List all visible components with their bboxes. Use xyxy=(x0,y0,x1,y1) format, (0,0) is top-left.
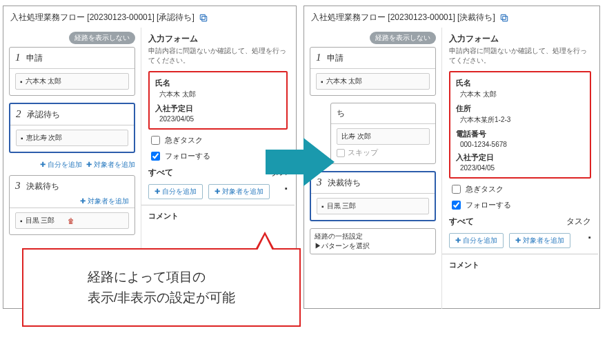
urgent-checkbox[interactable]: 急ぎタスク xyxy=(449,183,591,196)
field-value: 000-1234-5678 xyxy=(456,139,584,150)
step-decision-wait[interactable]: 3決裁待ち ✚ 対象者を追加 ▪目黒 三郎 🗑 xyxy=(9,175,135,235)
person-chip[interactable]: ▪目黒 三郎 🗑 xyxy=(15,212,129,229)
step-title: ち xyxy=(337,108,345,119)
svg-rect-2 xyxy=(502,16,507,21)
follow-checkbox[interactable]: フォローする xyxy=(449,199,591,212)
callout-tail xyxy=(257,235,272,250)
svg-rect-0 xyxy=(201,16,206,21)
comment-label: コメント xyxy=(148,211,288,221)
step-apply[interactable]: 1申請 ▪六本木 太郎 xyxy=(9,47,135,96)
field-label: 入社予定日 xyxy=(155,103,281,114)
svg-rect-1 xyxy=(200,14,205,19)
form-title: 入力フォーム xyxy=(449,33,591,45)
step-number: 1 xyxy=(15,52,21,63)
user-icon: ▪ xyxy=(21,134,23,142)
step-title: 申請 xyxy=(26,52,43,64)
skip-option[interactable]: スキップ xyxy=(337,148,430,158)
form-subtitle: 申請内容に問題ないか確認して、処理を行ってください。 xyxy=(148,46,288,65)
step-title: 承認待ち xyxy=(27,109,60,121)
batch-label: 経路の一括設定 xyxy=(315,232,431,241)
step-approve-wait[interactable]: 2承認待ち ▪恵比寿 次郎 xyxy=(9,103,135,153)
page-title: 入社処理業務フロー [20230123-00001] [承認待ち] xyxy=(10,12,195,23)
form-fields-highlighted: 氏名 六本木 太郎 入社予定日 2023/04/05 xyxy=(148,71,288,130)
field-label: 氏名 xyxy=(456,78,584,88)
field-label: 電話番号 xyxy=(456,129,584,139)
arrow-icon xyxy=(266,134,335,190)
step-title: 決裁待ち xyxy=(26,181,59,192)
tab-all[interactable]: すべて xyxy=(148,167,173,179)
user-icon: ▪ xyxy=(321,203,324,210)
svg-marker-4 xyxy=(266,138,335,186)
field-value: 六本木 太郎 xyxy=(456,88,584,101)
person-name: 六本木 太郎 xyxy=(26,77,62,86)
user-icon: ▪ xyxy=(588,233,591,248)
add-target-button[interactable]: ✚ 対象者を追加 xyxy=(509,233,570,248)
step-number: 2 xyxy=(16,108,21,120)
copy-icon[interactable] xyxy=(199,13,208,23)
user-icon: ▪ xyxy=(321,78,324,85)
person-name: 六本木 太郎 xyxy=(326,77,363,86)
add-self-button[interactable]: ✚ 自分を追加 xyxy=(449,233,504,248)
field-value: 六本木某所1-2-3 xyxy=(456,114,584,126)
callout-text: 経路によって項目の 表示/非表示の設定が可能 xyxy=(88,267,235,309)
page-title: 入社処理業務フロー [20230123-00001] [決裁待ち] xyxy=(311,12,495,23)
person-chip[interactable]: ▪六本木 太郎 xyxy=(15,73,129,90)
copy-icon[interactable] xyxy=(499,13,509,23)
field-label: 住所 xyxy=(456,103,584,114)
form-subtitle: 申請内容に問題ないか確認して、処理を行ってください。 xyxy=(449,46,591,65)
step-number: 1 xyxy=(316,52,321,63)
comment-label: コメント xyxy=(449,260,591,270)
field-value: 2023/04/05 xyxy=(456,163,584,173)
person-name: 恵比寿 次郎 xyxy=(26,133,63,143)
panel-after: 入社処理業務フロー [20230123-00001] [決裁待ち] 経路を表示し… xyxy=(304,6,600,309)
hide-route-button[interactable]: 経路を表示しない xyxy=(69,32,135,44)
add-target-link[interactable]: ✚ 対象者を追加 xyxy=(86,160,135,170)
tab-task[interactable]: タスク xyxy=(566,216,591,228)
person-chip[interactable]: ▪恵比寿 次郎 xyxy=(16,130,128,146)
add-target-link[interactable]: ✚ 対象者を追加 xyxy=(80,196,129,206)
person-name: 比寿 次郎 xyxy=(341,132,371,141)
hide-route-button[interactable]: 経路を表示しない xyxy=(370,32,436,44)
callout-box: 経路によって項目の 表示/非表示の設定が可能 xyxy=(22,248,301,327)
person-chip[interactable]: 比寿 次郎 xyxy=(337,128,430,145)
user-icon: ▪ xyxy=(20,217,23,225)
person-chip[interactable]: ▪六本木 太郎 xyxy=(316,73,430,90)
user-icon: ▪ xyxy=(20,78,23,85)
batch-route-settings[interactable]: 経路の一括設定 ▶パターンを選択 xyxy=(310,228,436,254)
field-label: 入社予定日 xyxy=(456,152,584,163)
field-label: 氏名 xyxy=(155,78,281,88)
add-self-link[interactable]: ✚ 自分を追加 xyxy=(40,160,82,170)
step-apply[interactable]: 1申請 ▪六本木 太郎 xyxy=(310,47,436,96)
field-value: 2023/04/05 xyxy=(155,114,281,124)
batch-select[interactable]: ▶パターンを選択 xyxy=(315,241,431,251)
svg-rect-3 xyxy=(501,14,506,19)
person-name: 目黒 三郎 xyxy=(327,201,357,211)
form-fields-highlighted: 氏名 六本木 太郎 住所 六本木某所1-2-3 電話番号 000-1234-56… xyxy=(449,71,591,179)
person-name: 目黒 三郎 xyxy=(26,216,55,225)
step-number: 3 xyxy=(15,180,21,192)
step-title: 申請 xyxy=(327,52,344,64)
tab-all[interactable]: すべて xyxy=(449,216,474,228)
field-value: 六本木 太郎 xyxy=(155,88,281,101)
form-title: 入力フォーム xyxy=(148,33,288,45)
trash-icon[interactable]: 🗑 xyxy=(68,217,74,225)
add-target-button[interactable]: ✚ 対象者を追加 xyxy=(208,184,270,199)
add-self-button[interactable]: ✚ 自分を追加 xyxy=(148,184,203,199)
step-approve-wait-covered[interactable]: ち 比寿 次郎 スキップ xyxy=(330,103,436,164)
person-chip[interactable]: ▪目黒 三郎 xyxy=(317,198,429,214)
